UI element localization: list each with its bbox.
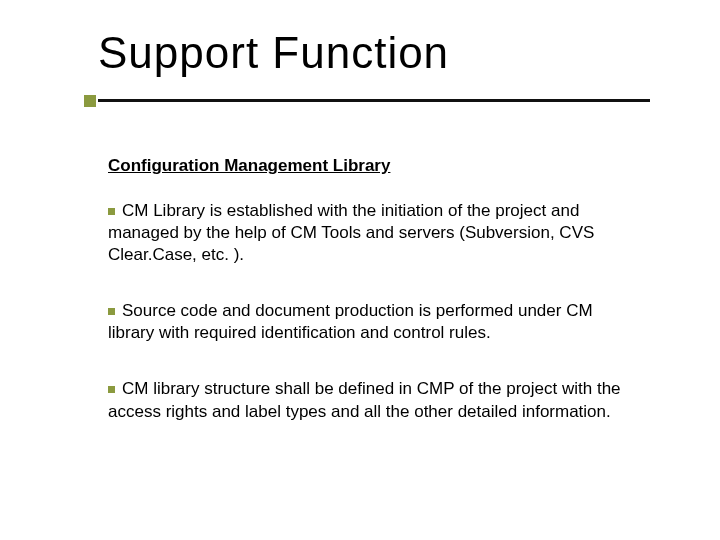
- bullet-text: CM library structure shall be defined in…: [108, 379, 621, 420]
- slide-body: CM Library is established with the initi…: [108, 200, 638, 457]
- bullet-item: Source code and document production is p…: [108, 300, 638, 344]
- title-accent-square: [84, 95, 96, 107]
- slide-title: Support Function: [98, 28, 449, 78]
- bullet-item: CM Library is established with the initi…: [108, 200, 638, 266]
- slide-subtitle: Configuration Management Library: [108, 156, 390, 176]
- square-bullet-icon: [108, 208, 115, 215]
- square-bullet-icon: [108, 386, 115, 393]
- square-bullet-icon: [108, 308, 115, 315]
- title-underline: [98, 99, 650, 102]
- bullet-text: Source code and document production is p…: [108, 301, 593, 342]
- slide: Support Function Configuration Managemen…: [0, 0, 720, 540]
- bullet-item: CM library structure shall be defined in…: [108, 378, 638, 422]
- bullet-text: CM Library is established with the initi…: [108, 201, 594, 264]
